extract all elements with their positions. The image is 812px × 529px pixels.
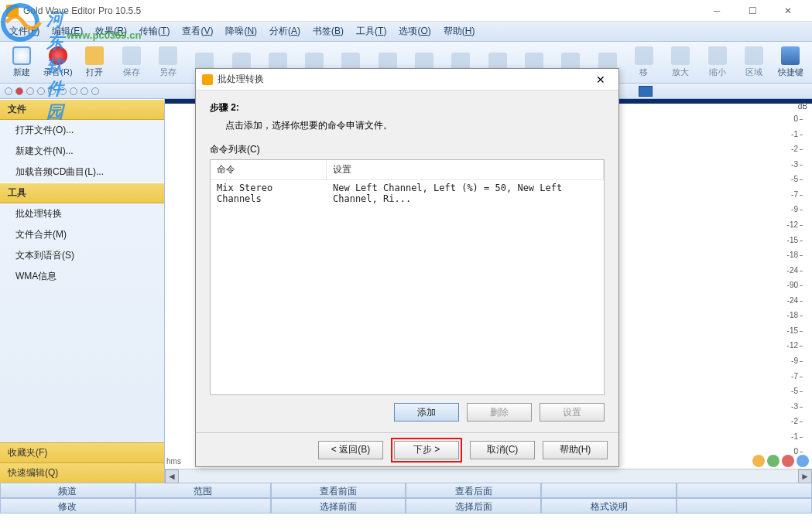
- transport-dot[interactable]: [5, 87, 12, 95]
- status-cell[interactable]: [677, 483, 812, 498]
- menu-r[interactable]: 效果(R): [89, 22, 133, 40]
- ruler-tick-label: -2: [791, 417, 798, 425]
- maximize-button[interactable]: ☐: [735, 0, 770, 22]
- toolbar-saveas-button[interactable]: 另存: [149, 43, 186, 82]
- status-cell[interactable]: 修改: [0, 498, 135, 514]
- horizontal-scrollbar[interactable]: ◄ ►: [165, 469, 812, 483]
- menu-b[interactable]: 书签(B): [307, 22, 350, 40]
- status-cell[interactable]: [541, 483, 677, 498]
- sidebar-file-item-1[interactable]: 新建文件(N)...: [0, 141, 164, 162]
- toolbar-label: 放大: [672, 67, 689, 78]
- ruler-tick: [800, 452, 803, 452]
- status-cell[interactable]: [135, 498, 271, 514]
- toolbar-zoomout-button[interactable]: 缩小: [699, 43, 735, 82]
- toolbar-label: 缩小: [709, 67, 726, 78]
- hotkey-icon: [781, 46, 800, 65]
- cancel-button[interactable]: 取消(C): [470, 441, 535, 459]
- minimize-button[interactable]: ─: [699, 0, 735, 22]
- menu-t[interactable]: 传输(T): [133, 22, 176, 40]
- menu-v[interactable]: 查看(V): [176, 22, 219, 40]
- status-cell[interactable]: 选择后面: [406, 498, 541, 514]
- transport-dot[interactable]: [48, 87, 56, 95]
- back-button[interactable]: < 返回(B): [318, 441, 383, 459]
- toolbar-record-button[interactable]: 录音(R): [39, 43, 76, 82]
- toolbar-save-button[interactable]: 保存: [113, 43, 149, 82]
- ruler-tick: [800, 331, 803, 332]
- status-cell[interactable]: 选择前面: [271, 498, 406, 514]
- close-button[interactable]: ✕: [770, 0, 806, 22]
- toolbar-label: 另存: [159, 67, 176, 78]
- status-cell[interactable]: [677, 498, 812, 514]
- ruler-tick-label: -7: [791, 372, 798, 381]
- toolbar-hotkey-button[interactable]: 快捷键: [773, 43, 809, 82]
- transport-dot[interactable]: [15, 87, 23, 95]
- menu-e[interactable]: 编辑(E): [46, 22, 89, 40]
- toolbar-new-button[interactable]: 新建: [3, 43, 39, 82]
- transport-dot[interactable]: [81, 87, 88, 95]
- transport-dot[interactable]: [26, 87, 34, 95]
- scroll-right-icon[interactable]: ►: [798, 469, 812, 483]
- ruler-tick-label: -18: [787, 251, 798, 259]
- status-cell[interactable]: 范围: [135, 483, 271, 498]
- ruler-tick: [800, 135, 803, 135]
- add-button[interactable]: 添加: [394, 403, 459, 421]
- transport-dot[interactable]: [91, 87, 99, 95]
- zoom-out-icon[interactable]: [767, 455, 779, 467]
- zoom-sel-icon[interactable]: [797, 455, 809, 467]
- sidebar-tools-header: 工具: [0, 183, 164, 203]
- next-highlight: 下步 >: [391, 438, 462, 462]
- ruler-unit: dB: [798, 102, 807, 111]
- ruler-tick-label: -18: [787, 311, 798, 319]
- app-icon: [6, 5, 19, 17]
- status-cell[interactable]: 查看后面: [406, 483, 541, 498]
- sidebar-file-item-2[interactable]: 加载音频CD曲目(L)...: [0, 162, 164, 183]
- transport-dot[interactable]: [70, 87, 77, 95]
- menu-a[interactable]: 分析(A): [263, 22, 307, 40]
- menu-n[interactable]: 降噪(N): [219, 22, 263, 40]
- sidebar-file-item-0[interactable]: 打开文件(O)...: [0, 120, 164, 141]
- sidebar-quickedit[interactable]: 快速编辑(Q): [0, 462, 164, 483]
- toolbar-label: 移: [639, 67, 648, 78]
- db-ruler: dB 0-1-2-3-5-7-9-12-15-18-24-90-24-18-15…: [787, 104, 812, 459]
- sidebar-tool-item-2[interactable]: 文本到语音(S): [0, 245, 164, 266]
- toolbar-region-button[interactable]: 区域: [735, 43, 772, 82]
- ruler-tick: [800, 179, 803, 180]
- toolbar-open-button[interactable]: 打开: [77, 43, 113, 82]
- sidebar-tool-item-1[interactable]: 文件合并(M): [0, 224, 164, 245]
- command-list[interactable]: 命令 设置 Mix Stereo ChannelsNew Left Channe…: [210, 159, 605, 395]
- menu-t[interactable]: 工具(T): [350, 22, 392, 40]
- dialog-close-button[interactable]: ✕: [589, 73, 612, 86]
- next-button[interactable]: 下步 >: [394, 441, 459, 459]
- transport-dot[interactable]: [59, 87, 67, 95]
- open-icon: [85, 46, 104, 65]
- sidebar-tool-item-0[interactable]: 批处理转换: [0, 203, 164, 224]
- status-cell[interactable]: 频道: [0, 483, 135, 498]
- status-row-1: 频道范围查看前面查看后面: [0, 483, 812, 498]
- sidebar-tool-item-3[interactable]: WMA信息: [0, 266, 164, 287]
- scroll-left-icon[interactable]: ◄: [165, 469, 179, 483]
- header-settings[interactable]: 设置: [327, 160, 604, 179]
- toolbar-move-button[interactable]: 移: [625, 43, 662, 82]
- menu-f[interactable]: 文件(F): [3, 22, 46, 40]
- sidebar-files-header: 文件: [0, 99, 164, 120]
- ruler-tick-label: -3: [791, 402, 798, 411]
- settings-button[interactable]: 设置: [540, 403, 605, 421]
- ruler-tick: [800, 437, 803, 438]
- status-cell[interactable]: 格式说明: [541, 498, 677, 514]
- status-cell[interactable]: 查看前面: [271, 483, 406, 498]
- header-command[interactable]: 命令: [211, 160, 327, 179]
- ruler-tick: [800, 271, 803, 271]
- ruler-tick-label: -1: [791, 130, 798, 138]
- zoom-fit-icon[interactable]: [782, 455, 794, 467]
- menu-h[interactable]: 帮助(H): [437, 22, 481, 40]
- menubar: 文件(F)编辑(E)效果(R)传输(T)查看(V)降噪(N)分析(A)书签(B)…: [0, 22, 812, 42]
- record-icon: [49, 46, 67, 65]
- delete-button[interactable]: 删除: [467, 403, 532, 421]
- transport-dot[interactable]: [37, 87, 45, 95]
- zoom-in-icon[interactable]: [752, 455, 765, 467]
- menu-o[interactable]: 选项(O): [392, 22, 437, 40]
- sidebar-favorites[interactable]: 收藏夹(F): [0, 442, 164, 462]
- help-button[interactable]: 帮助(H): [543, 441, 608, 459]
- list-row[interactable]: Mix Stereo ChannelsNew Left Channel, Lef…: [211, 180, 604, 206]
- toolbar-zoomin-button[interactable]: 放大: [663, 43, 699, 82]
